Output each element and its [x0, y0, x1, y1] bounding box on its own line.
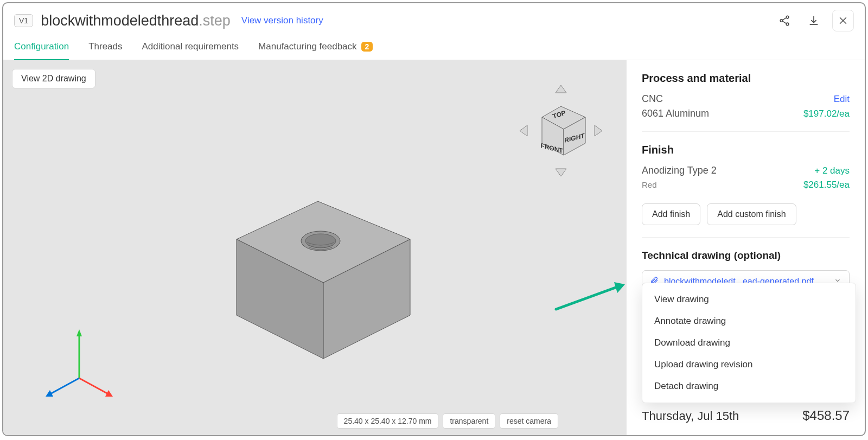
- file-name: blockwithmodeledthread.step: [41, 12, 231, 29]
- config-sidebar: Process and material CNC Edit 6061 Alumi…: [626, 60, 865, 435]
- reset-camera-button[interactable]: reset camera: [500, 413, 558, 429]
- ship-date: Thursday, Jul 15th: [642, 409, 739, 423]
- nav-down-arrow[interactable]: [556, 169, 566, 176]
- dropdown-view-drawing[interactable]: View drawing: [642, 289, 856, 310]
- process-name: CNC: [642, 93, 663, 105]
- finish-lead: + 2 days: [814, 165, 850, 176]
- tab-label: Manufacturing feedback: [258, 41, 356, 52]
- view-2d-button[interactable]: View 2D drawing: [12, 69, 95, 88]
- feedback-badge: 2: [361, 42, 373, 52]
- transparent-button[interactable]: transparent: [443, 413, 495, 429]
- total-price: $458.57: [802, 408, 850, 423]
- viewer-footer: 25.40 x 25.40 x 12.70 mm transparent res…: [337, 413, 558, 429]
- svg-point-2: [786, 23, 789, 25]
- tab-label: Additional requirements: [142, 41, 239, 52]
- dropdown-download-drawing[interactable]: Download drawing: [642, 332, 856, 354]
- svg-point-1: [780, 20, 783, 22]
- version-badge: V1: [14, 14, 33, 27]
- svg-marker-13: [76, 329, 82, 336]
- tab-label: Threads: [88, 41, 122, 52]
- process-price: $197.02/ea: [803, 109, 850, 119]
- nav-cube[interactable]: TOP FRONT RIGHT: [512, 82, 610, 180]
- svg-point-0: [786, 16, 789, 18]
- dropdown-detach-drawing[interactable]: Detach drawing: [642, 375, 856, 397]
- viewer-3d[interactable]: View 2D drawing: [3, 60, 626, 435]
- nav-right-arrow[interactable]: [595, 125, 602, 136]
- dropdown-upload-revision[interactable]: Upload drawing revision: [642, 354, 856, 375]
- version-history-link[interactable]: View version history: [241, 15, 323, 26]
- tab-label: Configuration: [14, 41, 69, 52]
- dropdown-annotate-drawing[interactable]: Annotate drawing: [642, 310, 856, 332]
- finish-color: Red: [642, 180, 657, 189]
- edit-process-link[interactable]: Edit: [834, 94, 850, 105]
- add-finish-button[interactable]: Add finish: [642, 203, 700, 225]
- finish-title: Finish: [642, 144, 850, 156]
- download-icon[interactable]: [803, 10, 825, 31]
- file-ext: .step: [199, 12, 231, 29]
- nav-up-arrow[interactable]: [556, 85, 566, 93]
- tab-manufacturing-feedback[interactable]: Manufacturing feedback 2: [258, 36, 373, 60]
- file-base: blockwithmodeledthread: [41, 12, 199, 29]
- add-custom-finish-button[interactable]: Add custom finish: [707, 203, 796, 225]
- share-icon[interactable]: [774, 10, 795, 31]
- process-material-title: Process and material: [642, 72, 850, 85]
- model-preview: [204, 158, 432, 386]
- header-bar: V1 blockwithmodeledthread.step View vers…: [3, 3, 865, 36]
- material-name: 6061 Aluminum: [642, 108, 709, 119]
- tab-threads[interactable]: Threads: [88, 36, 122, 60]
- technical-drawing-title: Technical drawing (optional): [642, 250, 850, 262]
- svg-line-3: [783, 18, 787, 20]
- axes-gizmo: [41, 327, 117, 403]
- dimensions-chip: 25.40 x 25.40 x 12.70 mm: [337, 413, 439, 429]
- svg-line-14: [79, 378, 109, 394]
- svg-line-4: [783, 21, 787, 23]
- close-icon[interactable]: [832, 10, 854, 31]
- nav-left-arrow[interactable]: [520, 125, 527, 136]
- sidebar-footer: Thursday, Jul 15th $458.57: [642, 408, 850, 423]
- finish-price: $261.55/ea: [803, 180, 850, 190]
- drawing-dropdown: View drawing Annotate drawing Download d…: [642, 283, 856, 403]
- tab-configuration[interactable]: Configuration: [14, 36, 69, 60]
- tab-additional-requirements[interactable]: Additional requirements: [142, 36, 239, 60]
- tabs: Configuration Threads Additional require…: [3, 36, 865, 60]
- svg-line-16: [49, 378, 79, 394]
- finish-name: Anodizing Type 2: [642, 165, 717, 176]
